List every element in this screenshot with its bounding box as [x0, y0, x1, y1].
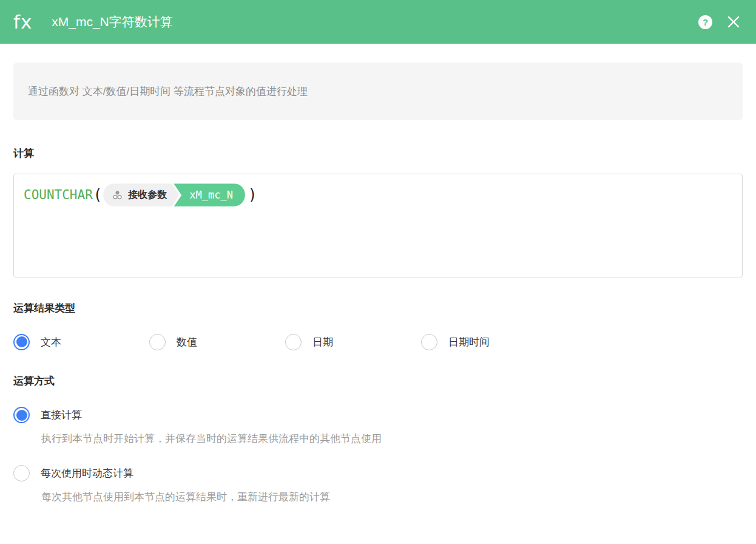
open-paren: (	[93, 188, 102, 202]
radio-label: 日期	[312, 335, 333, 349]
result-type-option-date[interactable]: 日期	[285, 334, 421, 350]
function-description-box: 通过函数对 文本/数值/日期时间 等流程节点对象的值进行处理	[13, 63, 743, 120]
cluster-nodes-icon	[112, 190, 123, 200]
calc-mode-section-label: 运算方式	[13, 375, 743, 387]
calc-section-label: 计算	[13, 148, 743, 160]
calc-mode-option-direct-description: 执行到本节点时开始计算，并保存当时的运算结果供流程中的其他节点使用	[41, 433, 743, 445]
result-type-option-number[interactable]: 数值	[149, 334, 285, 350]
radio-button[interactable]	[421, 334, 437, 350]
radio-button[interactable]	[13, 407, 30, 423]
radio-label: 直接计算	[41, 408, 82, 422]
radio-button[interactable]	[149, 334, 166, 350]
radio-label: 文本	[41, 335, 61, 349]
parameter-source-label: 接收参数	[128, 189, 167, 202]
result-type-option-text[interactable]: 文本	[13, 334, 149, 350]
result-type-section-label: 运算结果类型	[13, 302, 743, 314]
result-type-option-datetime[interactable]: 日期时间	[421, 334, 557, 350]
result-type-options: 文本 数值 日期 日期时间	[13, 334, 743, 350]
radio-button[interactable]	[285, 334, 302, 350]
formula-expression: COUNTCHAR ( 接收参数 xM_mc_N )	[24, 183, 732, 206]
function-description-text: 通过函数对 文本/数值/日期时间 等流程节点对象的值进行处理	[28, 84, 308, 98]
calc-mode-option-dynamic-head[interactable]: 每次使用时动态计算	[13, 465, 743, 481]
formula-editor[interactable]: COUNTCHAR ( 接收参数 xM_mc_N )	[13, 174, 743, 277]
help-icon[interactable]: ?	[698, 15, 712, 29]
parameter-chip-source: 接收参数	[103, 183, 179, 206]
titlebar-actions: ?	[698, 15, 740, 29]
radio-label: 日期时间	[448, 335, 490, 349]
calc-mode-option-direct-head[interactable]: 直接计算	[13, 407, 743, 423]
calc-mode-option-direct: 直接计算 执行到本节点时开始计算，并保存当时的运算结果供流程中的其他节点使用	[13, 407, 743, 445]
radio-label: 每次使用时动态计算	[41, 466, 133, 480]
close-paren: )	[248, 188, 257, 202]
radio-button[interactable]	[13, 465, 30, 481]
dialog-body: 通过函数对 文本/数值/日期时间 等流程节点对象的值进行处理 计算 COUNTC…	[0, 63, 756, 503]
parameter-chip[interactable]: 接收参数 xM_mc_N	[103, 183, 245, 206]
fx-logo: fx	[13, 13, 32, 32]
calc-mode-option-dynamic: 每次使用时动态计算 每次其他节点使用到本节点的运算结果时，重新进行最新的计算	[13, 465, 743, 503]
function-name: COUNTCHAR	[24, 188, 93, 202]
radio-label: 数值	[177, 335, 197, 349]
close-icon[interactable]	[727, 15, 740, 29]
calc-mode-option-dynamic-description: 每次其他节点使用到本节点的运算结果时，重新进行最新的计算	[41, 491, 743, 503]
dialog-titlebar: fx xM_mc_N字符数计算 ?	[0, 0, 756, 44]
radio-button[interactable]	[13, 334, 30, 350]
parameter-field-name: xM_mc_N	[174, 183, 245, 206]
dialog-title: xM_mc_N字符数计算	[52, 13, 173, 30]
